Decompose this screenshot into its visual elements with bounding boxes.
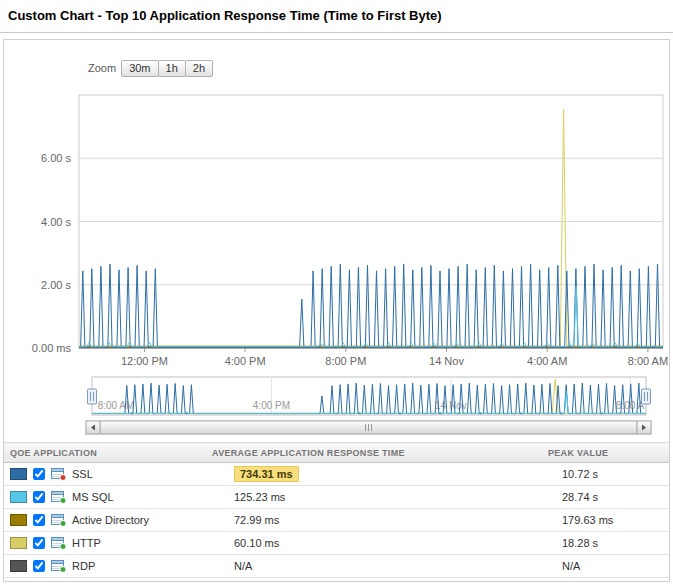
y-axis-label: 6.00 s bbox=[41, 152, 71, 164]
column-header-qoe-application: QOE APPLICATION bbox=[4, 443, 206, 463]
application-name: SSL bbox=[72, 468, 93, 480]
zoom-30m-button[interactable]: 30m bbox=[121, 60, 158, 77]
peak-value: 179.63 ms bbox=[562, 514, 613, 526]
series-color-swatch bbox=[10, 514, 27, 526]
x-axis-label: 4:00 PM bbox=[225, 355, 266, 367]
table-row: MS SQL125.23 ms28.74 s bbox=[4, 486, 669, 509]
navigator-axis-label: 4:00 PM bbox=[253, 400, 290, 411]
x-axis-label: 14 Nov bbox=[429, 355, 464, 367]
series-visibility-checkbox[interactable] bbox=[33, 468, 45, 480]
x-axis-label: 8:00 AM bbox=[628, 355, 668, 367]
application-name: RDP bbox=[72, 560, 95, 572]
navigator-track[interactable] bbox=[92, 377, 646, 415]
column-header-peak-value: PEAK VALUE bbox=[542, 443, 669, 463]
peak-value: N/A bbox=[562, 560, 580, 572]
chart-area: Zoom 30m1h2h 0.00 ms2.00 s4.00 s6.00 s12… bbox=[4, 40, 669, 442]
series-visibility-checkbox[interactable] bbox=[33, 560, 45, 572]
application-name: HTTP bbox=[72, 537, 101, 549]
series-visibility-checkbox[interactable] bbox=[33, 537, 45, 549]
application-status-icon bbox=[51, 467, 67, 481]
peak-value: 28.74 s bbox=[562, 491, 598, 503]
application-status-icon bbox=[51, 490, 67, 504]
table-row: HTTP60.10 ms18.28 s bbox=[4, 532, 669, 555]
zoom-button-group: 30m1h2h bbox=[122, 58, 213, 77]
zoom-1h-button[interactable]: 1h bbox=[158, 60, 186, 77]
y-axis-label: 2.00 s bbox=[41, 279, 71, 291]
average-response-time-value: 125.23 ms bbox=[234, 491, 285, 503]
peak-value: 10.72 s bbox=[562, 468, 598, 480]
x-axis-label: 8:00 PM bbox=[325, 355, 366, 367]
series-visibility-checkbox[interactable] bbox=[33, 514, 45, 526]
series-color-swatch bbox=[10, 560, 27, 572]
response-time-chart: 0.00 ms2.00 s4.00 s6.00 s12:00 PM4:00 PM… bbox=[4, 40, 670, 442]
navigator-handle-right[interactable] bbox=[642, 389, 651, 404]
average-response-time-value: 72.99 ms bbox=[234, 514, 279, 526]
chart-panel: Zoom 30m1h2h 0.00 ms2.00 s4.00 s6.00 s12… bbox=[3, 39, 670, 582]
average-response-time-value: 60.10 ms bbox=[234, 537, 279, 549]
x-axis-label: 12:00 PM bbox=[121, 355, 168, 367]
table-header-row: QOE APPLICATION AVERAGE APPLICATION RESP… bbox=[4, 443, 669, 463]
qoe-application-table: QOE APPLICATION AVERAGE APPLICATION RESP… bbox=[4, 442, 669, 578]
navigator-handle-left[interactable] bbox=[88, 389, 97, 404]
average-response-time-value: 734.31 ms bbox=[234, 466, 299, 482]
application-status-icon bbox=[51, 559, 67, 573]
x-axis-label: 4:00 AM bbox=[527, 355, 567, 367]
series-color-swatch bbox=[10, 468, 27, 480]
series-color-swatch bbox=[10, 537, 27, 549]
table-row: RDPN/AN/A bbox=[4, 555, 669, 578]
y-axis-label: 0.00 ms bbox=[32, 342, 72, 354]
zoom-controls: Zoom 30m1h2h bbox=[88, 58, 213, 77]
application-name: Active Directory bbox=[72, 514, 149, 526]
application-status-icon bbox=[51, 513, 67, 527]
average-response-time-value: N/A bbox=[234, 560, 252, 572]
peak-value: 18.28 s bbox=[562, 537, 598, 549]
table-row: SSL734.31 ms10.72 s bbox=[4, 463, 669, 486]
table-row: Active Directory72.99 ms179.63 ms bbox=[4, 509, 669, 532]
series-color-swatch bbox=[10, 491, 27, 503]
page-title: Custom Chart - Top 10 Application Respon… bbox=[0, 0, 673, 33]
application-name: MS SQL bbox=[72, 491, 114, 503]
y-axis-label: 4.00 s bbox=[41, 216, 71, 228]
series-visibility-checkbox[interactable] bbox=[33, 491, 45, 503]
zoom-2h-button[interactable]: 2h bbox=[185, 60, 213, 77]
column-header-avg-response-time: AVERAGE APPLICATION RESPONSE TIME bbox=[206, 443, 542, 463]
application-status-icon bbox=[51, 536, 67, 550]
zoom-label: Zoom bbox=[88, 62, 116, 74]
